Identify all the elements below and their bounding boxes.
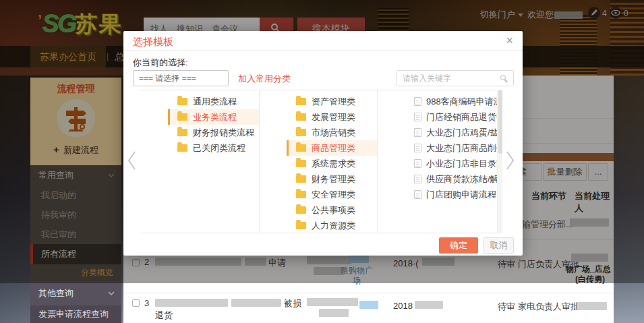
category-item[interactable]: 公共事项类 [287, 202, 377, 218]
template-item[interactable]: 大业态门店鸡蛋/盐/烟草... [405, 125, 497, 140]
keyword-input[interactable] [397, 71, 513, 86]
row-date: 2018 [393, 301, 413, 311]
folder-icon [296, 222, 306, 229]
category-item[interactable]: 通用类流程 [168, 94, 259, 109]
search-icon [500, 75, 506, 80]
row-index: 3 [144, 298, 149, 308]
category-item[interactable]: 商品管理类 [287, 140, 377, 156]
template-item[interactable]: 小业态门店非目录商品临... [405, 156, 497, 171]
folder-icon [296, 191, 306, 198]
select-template-dialog: 选择模板 × 你当前的选择: === 请选择 === 加入常用分类 通用类流程业… [123, 31, 523, 256]
redacted-cell [319, 309, 349, 317]
redacted-title [155, 299, 228, 307]
template-label: 门店团购申请流程 [426, 189, 496, 200]
prev-page-chevron[interactable] [126, 150, 137, 171]
document-icon [414, 190, 421, 199]
category-item[interactable]: 人力资源类 [287, 218, 377, 233]
other-query-label: 其他查询 [38, 288, 74, 298]
redacted-title [231, 299, 281, 307]
template-item[interactable]: 大业态门店商品削价申请... [405, 140, 497, 156]
redacted-date [415, 301, 443, 309]
document-icon [414, 144, 421, 152]
document-icon [414, 175, 421, 183]
template-label: 988客商编码申请流程 [426, 96, 497, 107]
category-label: 公共事项类 [312, 205, 355, 215]
folder-icon [177, 129, 187, 136]
template-item[interactable]: 门店经销商品退货申请流程 [405, 109, 497, 125]
redacted-handler [577, 302, 607, 310]
select-value: === 请选择 === [139, 74, 196, 83]
category-label: 资产管理类 [312, 96, 355, 107]
row-status: 待审 [498, 301, 515, 313]
scrollbar-thumb[interactable] [498, 90, 502, 154]
folder-icon [177, 98, 187, 105]
folder-icon [177, 144, 187, 152]
category-label: 通用类流程 [193, 96, 237, 107]
row-title-tail: 被损 [284, 297, 301, 310]
folder-icon [296, 206, 306, 214]
category-item[interactable]: 财务管理类 [287, 171, 377, 187]
add-common-category-link[interactable]: 加入常用分类 [238, 73, 291, 85]
other-query-header[interactable]: 其他查询 [30, 281, 121, 305]
category-label: 商品管理类 [312, 143, 355, 153]
template-category-column-1: 通用类流程业务类流程财务报销类流程已关闭类流程 [141, 90, 260, 233]
category-label: 财务管理类 [312, 174, 355, 184]
template-item[interactable]: 门店团购申请流程 [405, 187, 497, 202]
cancel-button[interactable]: 取消 [484, 237, 514, 254]
document-icon [414, 113, 421, 121]
category-label: 业务类流程 [193, 112, 237, 122]
divider [123, 50, 523, 51]
category-select[interactable]: === 请选择 === [133, 70, 229, 86]
category-item[interactable]: 财务报销类流程 [168, 125, 259, 140]
category-label: 财务报销类流程 [193, 127, 254, 138]
sidebar-item[interactable]: 发票申请流程查询 [30, 305, 121, 323]
template-category-column-2: 资产管理类发展管理类市场营销类商品管理类系统需求类财务管理类安全管理类公共事项类… [260, 90, 378, 233]
category-item[interactable]: 市场营销类 [287, 125, 377, 140]
folder-icon [177, 113, 187, 121]
list-scrollbar[interactable] [498, 90, 502, 233]
folder-icon [296, 175, 306, 183]
category-label: 发展管理类 [312, 112, 355, 122]
dialog-title: 选择模板 [133, 36, 173, 49]
category-label: 安全管理类 [312, 189, 355, 200]
category-item[interactable]: 资产管理类 [287, 94, 377, 109]
keyword-search-box [397, 70, 514, 86]
template-label: 大业态门店鸡蛋/盐/烟草... [426, 127, 497, 138]
category-label: 已关闭类流程 [193, 143, 245, 153]
category-item[interactable]: 安全管理类 [287, 187, 377, 202]
category-label: 市场营销类 [312, 127, 355, 138]
chevron-down-icon [108, 291, 115, 295]
folder-icon [296, 160, 306, 167]
category-label: 系统需求类 [312, 158, 355, 169]
document-icon [414, 97, 421, 106]
sidebar-item-label: 发票申请流程查询 [38, 309, 109, 319]
template-list-column: 988客商编码申请流程门店经销商品退货申请流程大业态门店鸡蛋/盐/烟草...大业… [378, 90, 498, 233]
folder-icon [296, 144, 306, 152]
template-label: 小业态门店非目录商品临... [426, 158, 497, 169]
confirm-button[interactable]: 确定 [439, 237, 478, 254]
category-item[interactable]: 发展管理类 [287, 109, 377, 125]
other-query-list: 发票申请流程查询 [30, 305, 121, 323]
template-label: 门店经销商品退货申请流程 [426, 112, 497, 122]
folder-icon [296, 113, 306, 121]
template-item[interactable]: 988客商编码申请流程 [405, 94, 497, 109]
row-current-node: 家电负责人审批 [518, 301, 579, 313]
redacted-link [359, 301, 378, 309]
next-page-chevron[interactable] [505, 150, 516, 171]
close-icon[interactable]: × [506, 34, 513, 47]
current-selection-label: 你当前的选择: [133, 57, 188, 69]
row-title-line2: 退货 [155, 310, 173, 322]
document-icon [414, 128, 421, 137]
category-label: 人力资源类 [312, 221, 355, 231]
folder-icon [296, 98, 306, 105]
folder-icon [296, 129, 306, 136]
template-label: 大业态门店商品削价申请... [426, 143, 497, 153]
redacted-cell [307, 298, 358, 306]
template-label: 供应商货款冻结/解冻申请... [426, 174, 497, 184]
category-item[interactable]: 系统需求类 [287, 156, 377, 171]
template-item[interactable]: 供应商货款冻结/解冻申请... [405, 171, 497, 187]
category-item[interactable]: 业务类流程 [168, 109, 259, 125]
row-checkbox[interactable] [132, 299, 140, 307]
row-divider [123, 293, 614, 293]
category-item[interactable]: 已关闭类流程 [168, 140, 259, 156]
